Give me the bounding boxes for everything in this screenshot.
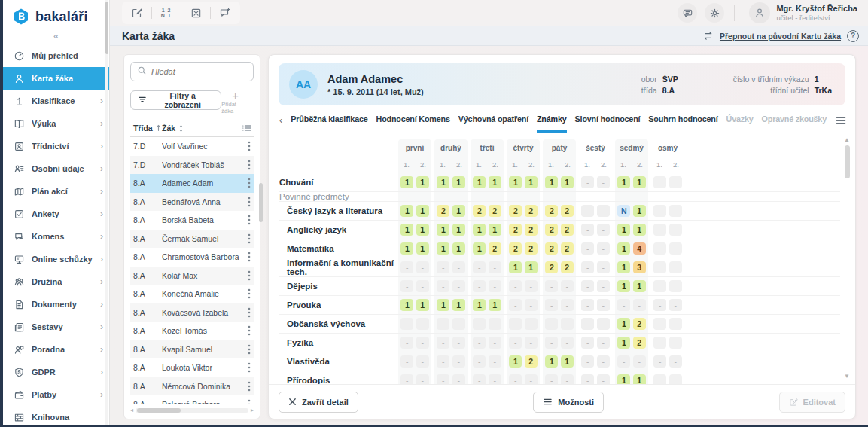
column-class[interactable]: Třída — [133, 124, 162, 133]
grade-cell[interactable]: - — [509, 280, 522, 292]
grade-cell[interactable]: 2 — [561, 205, 574, 217]
grade-cell[interactable]: 2 — [509, 205, 522, 217]
grade-cell[interactable]: - — [669, 355, 682, 368]
grade-cell[interactable]: - — [597, 318, 610, 330]
list-columns-icon[interactable] — [242, 124, 252, 133]
grade-cell[interactable]: - — [525, 280, 538, 292]
grade-cell[interactable]: - — [581, 280, 594, 292]
sidebar-item-sestavy[interactable]: Sestavy› — [3, 316, 109, 338]
grade-cell[interactable]: - — [653, 355, 666, 368]
grade-cell[interactable]: 1 — [473, 224, 486, 236]
grade-cell[interactable]: 1 — [452, 205, 465, 217]
grade-cell[interactable]: - — [561, 337, 574, 349]
grade-cell[interactable]: - — [509, 299, 522, 311]
sidebar-scrollbar[interactable] — [105, 0, 108, 427]
grade-cell[interactable]: 1 — [525, 176, 538, 188]
student-row[interactable]: 8.AČermák Samuel — [130, 230, 254, 249]
student-row[interactable]: 8.AAdamec Adam — [130, 174, 254, 193]
grade-cell[interactable]: - — [597, 355, 610, 368]
grade-cell[interactable]: - — [416, 374, 429, 384]
scroll-left-icon[interactable]: ◂ — [130, 407, 133, 413]
grade-cell[interactable] — [653, 224, 666, 236]
switch-to-original-card-link[interactable]: Přepnout na původní Kartu žáka — [720, 32, 841, 41]
scroll-down-icon[interactable]: ▼ — [844, 373, 850, 380]
grade-cell[interactable]: - — [597, 337, 610, 349]
grade-cell[interactable]: 1 — [489, 224, 501, 236]
grade-cell[interactable]: 2 — [489, 242, 501, 255]
row-menu-icon[interactable] — [245, 288, 253, 299]
grade-cell[interactable]: - — [617, 355, 630, 368]
row-menu-icon[interactable] — [245, 270, 253, 281]
tab-slovn-hodnocen-[interactable]: Slovní hodnocení — [575, 114, 641, 133]
grade-cell[interactable]: 2 — [525, 224, 538, 236]
grade-cell[interactable]: 1 — [452, 176, 465, 188]
grade-cell[interactable]: 1 — [400, 224, 413, 236]
compose-note-icon[interactable] — [126, 4, 148, 22]
grade-cell[interactable]: 2 — [633, 337, 646, 349]
grade-cell[interactable]: 1 — [633, 280, 646, 292]
grade-cell[interactable]: - — [509, 337, 522, 349]
sidebar-item-dokumenty[interactable]: Dokumenty› — [3, 293, 109, 316]
grade-cell[interactable]: 2 — [525, 242, 538, 255]
student-row[interactable]: 8.ABednářová Anna — [130, 193, 254, 212]
row-menu-icon[interactable] — [245, 252, 253, 262]
grade-cell[interactable]: 1 — [633, 205, 646, 217]
grade-cell[interactable]: - — [561, 299, 574, 311]
close-detail-button[interactable]: Zavřít detail — [279, 392, 358, 413]
grade-cell[interactable]: - — [597, 374, 610, 384]
column-student[interactable]: Žák — [162, 124, 242, 133]
grade-cell[interactable]: - — [489, 261, 501, 273]
sidebar-item-pl-n-akc-[interactable]: Plán akcí› — [3, 180, 109, 203]
grade-cell[interactable]: 1 — [617, 318, 630, 330]
grade-cell[interactable]: - — [545, 318, 558, 330]
grade-cell[interactable]: 1 — [509, 261, 522, 273]
grade-cell[interactable]: 1 — [473, 299, 486, 311]
grade-cell[interactable]: - — [581, 224, 594, 236]
tab-pr-b-n-klasifikace[interactable]: Průběžná klasifikace — [291, 114, 367, 133]
grade-cell[interactable]: 2 — [561, 224, 574, 236]
grade-cell[interactable]: 1 — [473, 176, 486, 188]
sidebar-item-komens[interactable]: Komens› — [3, 225, 109, 248]
grade-cell[interactable]: - — [597, 261, 610, 273]
add-student-button[interactable]: + Přidat žáka — [221, 90, 254, 114]
grade-cell[interactable]: - — [653, 299, 666, 311]
grade-cell[interactable]: - — [525, 337, 538, 349]
new-message-icon[interactable] — [215, 4, 236, 22]
grade-cell[interactable] — [669, 318, 682, 330]
row-menu-icon[interactable] — [245, 215, 253, 225]
grade-cell[interactable]: 1 — [617, 224, 630, 236]
grade-cell[interactable]: - — [452, 355, 465, 368]
grade-cell[interactable]: 1 — [400, 205, 413, 217]
row-menu-icon[interactable] — [245, 399, 253, 404]
grade-cell[interactable]: 1 — [489, 176, 501, 188]
grade-cell[interactable]: 1 — [561, 176, 574, 188]
sidebar-item-karta-ka[interactable]: Karta žáka — [0, 67, 109, 90]
grade-cell[interactable]: - — [581, 176, 594, 188]
grade-cell[interactable]: - — [581, 205, 594, 217]
student-row[interactable]: 8.APelcová Barbora — [130, 395, 254, 404]
grade-cell[interactable]: - — [473, 280, 486, 292]
grade-cell[interactable]: - — [452, 374, 465, 384]
grade-cell[interactable]: - — [581, 337, 594, 349]
grade-cell[interactable] — [669, 224, 682, 236]
student-row[interactable]: 8.AChramostová Barbora — [130, 248, 254, 267]
grade-cell[interactable]: - — [633, 299, 646, 311]
student-row[interactable]: 8.ABorská Babeta — [130, 211, 254, 230]
grade-cell[interactable]: - — [416, 318, 429, 330]
grade-cell[interactable]: 1 — [416, 299, 429, 311]
grade-cell[interactable]: - — [633, 355, 646, 368]
student-row[interactable]: 8.AKovácsová Izabela — [130, 303, 254, 322]
grade-cell[interactable]: 2 — [545, 261, 558, 273]
grade-cell[interactable]: - — [452, 280, 465, 292]
grade-cell[interactable]: - — [489, 355, 501, 368]
grade-cell[interactable]: - — [525, 374, 538, 384]
row-menu-icon[interactable] — [245, 178, 253, 188]
grade-cell[interactable]: 2 — [545, 224, 558, 236]
grade-cell[interactable]: - — [525, 318, 538, 330]
grade-cell[interactable]: - — [473, 355, 486, 368]
grade-cell[interactable]: 1 — [416, 242, 429, 255]
grade-cell[interactable]: - — [437, 374, 449, 384]
grade-cell[interactable]: - — [545, 299, 558, 311]
sidebar-item-poradna[interactable]: Poradna› — [3, 338, 109, 361]
row-menu-icon[interactable] — [245, 160, 253, 170]
